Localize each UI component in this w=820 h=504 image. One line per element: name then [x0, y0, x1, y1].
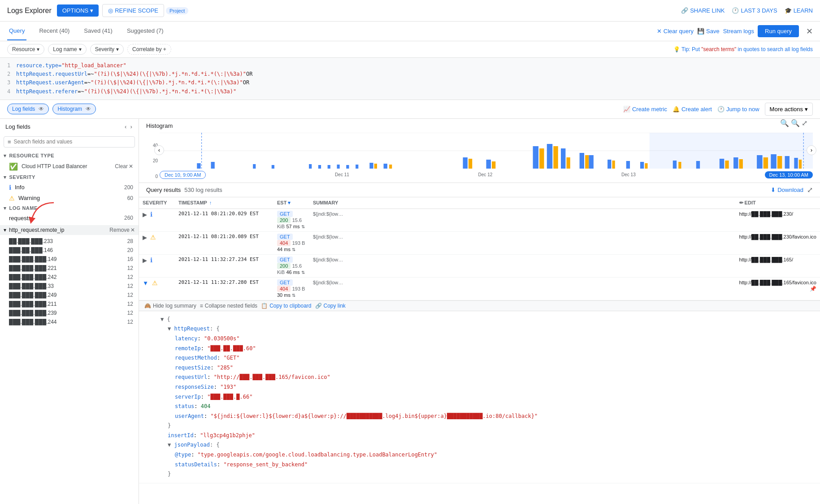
hide-summary-button[interactable]: 🙈 Hide log summary	[144, 303, 196, 309]
clock-icon: 🕐	[717, 106, 725, 113]
log-fields-button[interactable]: Log fields 👁	[7, 104, 49, 114]
svg-rect-18	[384, 164, 387, 169]
zoom-in-button[interactable]: 🔍	[791, 119, 800, 127]
ip-field-item[interactable]: ███.███.███.21112	[0, 300, 139, 308]
histogram-nav-right[interactable]: ›	[807, 145, 816, 155]
ip-field-item[interactable]: ███.███.███.23912	[0, 308, 139, 317]
start-date-button[interactable]: Dec 10, 9:00 AM	[160, 171, 206, 179]
method-badge: GET	[277, 279, 293, 286]
th-est[interactable]: EST ▾	[273, 197, 309, 209]
chevron-down-icon: ▾	[4, 205, 7, 211]
more-actions-button[interactable]: More actions ▾	[765, 103, 813, 116]
table-row[interactable]: ▼ ⚠ 2021-12-11 11:32:27.280 EST GET 404 …	[139, 277, 820, 300]
collapse-nested-button[interactable]: ≡ Collapse nested fields	[200, 303, 257, 309]
svg-rect-19	[389, 165, 392, 169]
refine-icon: ◎	[108, 7, 113, 14]
log-name-requests[interactable]: requests 260	[0, 213, 139, 223]
svg-rect-37	[645, 163, 647, 169]
svg-rect-38	[673, 161, 677, 169]
filter-bar: Resource ▾ Log name ▾ Severity ▾ Correla…	[0, 41, 820, 58]
histogram-x-axis: Dec 10, 9:00 AM Dec 11 Dec 12 Dec 13 Dec…	[160, 171, 813, 179]
expand-row-button[interactable]: ▼	[143, 280, 148, 287]
create-alert-button[interactable]: 🔔 Create alert	[672, 106, 712, 113]
tab-query[interactable]: Query	[7, 22, 26, 40]
ip-field-item[interactable]: ███.███.███.24412	[0, 317, 139, 326]
histogram-nav-left[interactable]: ‹	[154, 145, 164, 155]
warning-icon: ⚠	[150, 234, 156, 241]
ip-field-item[interactable]: ███.███.███.3312	[0, 282, 139, 291]
table-row[interactable]: ▶ ℹ 2021-12-11 11:32:27.234 EST GET 200 …	[139, 254, 820, 277]
ip-field-item[interactable]: ███.███.███.24912	[0, 291, 139, 300]
severity-info-item[interactable]: ℹ Info 200	[0, 182, 139, 193]
th-edit[interactable]: ✏ EDIT	[736, 197, 820, 209]
clear-resource-button[interactable]: Clear ✕	[115, 163, 133, 169]
sidebar-nav-right[interactable]: ›	[130, 122, 133, 131]
clear-query-button[interactable]: ✕ Clear query	[657, 28, 694, 35]
sidebar-header: Log fields ‹ ›	[0, 119, 139, 135]
eye-off-icon: 🙈	[144, 303, 151, 309]
learn-button[interactable]: 🎓 LEARN	[785, 7, 813, 14]
copy-link-button[interactable]: 🔗 Copy link	[315, 303, 346, 309]
ip-field-item[interactable]: ██.███.███.23328	[0, 237, 139, 246]
svg-rect-35	[626, 161, 630, 169]
resource-filter[interactable]: Resource ▾	[7, 44, 44, 55]
share-link-button[interactable]: 🔗 SHARE LINK	[681, 7, 725, 14]
size-text: 193 B	[292, 286, 305, 291]
copy-clipboard-button[interactable]: 📋 Copy to clipboard	[261, 303, 311, 309]
section-severity[interactable]: ▾ SEVERITY	[0, 173, 139, 182]
alert-icon: 🔔	[672, 106, 680, 113]
field-section-remote-ip[interactable]: ▾ http_request.remote_ip Remove ✕	[0, 225, 139, 235]
tab-suggested[interactable]: Suggested (7)	[125, 22, 165, 40]
last-3-days-button[interactable]: 🕐 LAST 3 DAYS	[732, 7, 777, 14]
expand-histogram-button[interactable]: ⤢	[802, 119, 807, 127]
search-input[interactable]	[14, 139, 131, 145]
query-editor[interactable]: 1 resource.type="http_load_balancer" 2 h…	[0, 58, 820, 100]
expand-row-button[interactable]: ▶	[143, 257, 147, 264]
svg-rect-25	[539, 148, 544, 169]
section-resource-type[interactable]: ▾ RESOURCE TYPE	[0, 151, 139, 161]
sidebar-nav-left[interactable]: ‹	[124, 122, 127, 131]
ip-field-item[interactable]: ███.██.███.14620	[0, 246, 139, 255]
check-icon: ✅	[9, 162, 18, 171]
expand-row-button[interactable]: ▶	[143, 211, 147, 218]
table-row[interactable]: ▶ ℹ 2021-12-11 08:21:20.029 EST GET 200 …	[139, 209, 820, 231]
expand-results-button[interactable]: ⤢	[807, 186, 813, 194]
remove-field-button[interactable]: Remove ✕	[109, 227, 135, 233]
severity-filter[interactable]: Severity ▾	[90, 44, 124, 55]
refine-scope-button[interactable]: ◎ REFINE SCOPE	[102, 4, 164, 17]
create-metric-button[interactable]: 📈 Create metric	[623, 106, 667, 113]
end-date-button[interactable]: Dec 13, 10:00 AM	[765, 171, 813, 178]
clock-icon: 🕐	[732, 7, 739, 14]
row-severity: ▶ ℹ	[139, 254, 175, 277]
tip-highlight: "search terms"	[701, 46, 736, 52]
zoom-out-button[interactable]: 🔍	[780, 119, 789, 127]
run-query-button[interactable]: Run query	[758, 25, 799, 37]
correlate-by-filter[interactable]: Correlate by +	[127, 44, 171, 55]
summary-text: ${jndi:${low…	[313, 234, 343, 239]
histogram-svg	[160, 133, 813, 169]
tab-recent[interactable]: Recent (40)	[37, 22, 71, 40]
download-button[interactable]: ⬇ Download	[771, 187, 803, 193]
th-severity[interactable]: SEVERITY	[139, 197, 175, 209]
ip-field-item[interactable]: ███.███.███.24212	[0, 273, 139, 282]
tab-saved[interactable]: Saved (41)	[82, 22, 114, 40]
th-timestamp[interactable]: TIMESTAMP ↑	[175, 197, 273, 209]
section-log-name[interactable]: ▾ LOG NAME	[0, 204, 139, 213]
expand-row-button[interactable]: ▶	[143, 234, 147, 241]
ip-field-item[interactable]: ███.███.███.22112	[0, 264, 139, 273]
th-summary[interactable]: SUMMARY	[309, 197, 736, 209]
svg-rect-43	[733, 157, 738, 169]
ip-field-item[interactable]: ███.███.███.14916	[0, 255, 139, 264]
close-panel-button[interactable]: ✕	[806, 26, 813, 36]
histogram-button[interactable]: Histogram 👁	[52, 104, 96, 114]
table-row[interactable]: ▶ ⚠ 2021-12-11 08:21:20.089 EST GET 404 …	[139, 231, 820, 254]
row-summary: ${jndi:${low…	[309, 231, 736, 254]
severity-warning-item[interactable]: ⚠ Warning 60	[0, 193, 139, 204]
log-name-filter[interactable]: Log name ▾	[48, 44, 86, 55]
stream-logs-button[interactable]: Stream logs	[723, 28, 754, 35]
method-badge: GET	[277, 211, 293, 217]
pin-icon[interactable]: 📌	[810, 286, 816, 292]
save-button[interactable]: 💾 Save	[697, 28, 720, 35]
options-button[interactable]: OPTIONS ▾	[57, 4, 99, 17]
jump-to-now-button[interactable]: 🕐 Jump to now	[717, 106, 759, 113]
